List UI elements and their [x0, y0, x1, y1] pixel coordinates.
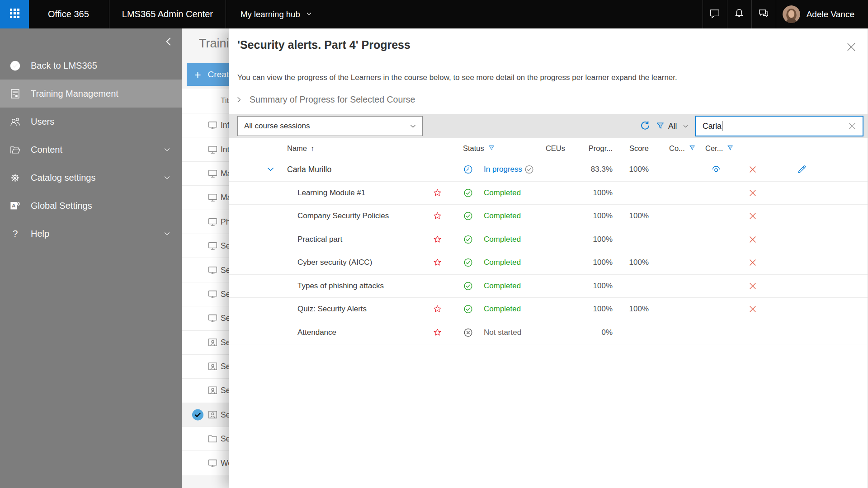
status-text: Completed [484, 282, 521, 291]
delete-progress-button[interactable] [748, 211, 758, 221]
training-plan-icon [207, 337, 218, 348]
sidebar-collapse-button[interactable] [162, 35, 175, 48]
chevron-down-icon[interactable] [682, 123, 689, 130]
account-button[interactable]: Adele Vance [776, 0, 868, 28]
svg-text:A: A [12, 202, 16, 209]
required-star-icon [433, 305, 442, 314]
plus-icon: + [194, 69, 201, 80]
status-not-started-icon [463, 327, 473, 338]
delete-progress-button[interactable] [748, 164, 758, 174]
course-icon [207, 168, 218, 179]
modal-title: 'Security alerts. Part 4' Progress [237, 38, 410, 52]
category-folder-icon [207, 433, 218, 445]
filter-funnel-icon[interactable] [726, 145, 734, 152]
course-item-row: Practical part Completed 100% [229, 228, 868, 252]
progress-table-header: Name↑ Status CEUs Progr... Score Co... C… [229, 138, 868, 158]
hub-label: My learning hub [241, 9, 300, 19]
my-learning-hub-menu[interactable]: My learning hub [226, 9, 321, 19]
sidebar-item-users[interactable]: Users [0, 108, 182, 136]
summary-toggle[interactable]: Summary of Progress for Selected Course [235, 94, 415, 105]
sidebar-item-label: Users [31, 117, 54, 127]
chat-button[interactable] [703, 0, 727, 28]
view-progress-button[interactable] [711, 164, 722, 175]
row-name: Cyber security (AICC) [297, 258, 372, 267]
sidebar-item-label: Training Management [31, 89, 118, 99]
delete-progress-button[interactable] [748, 235, 758, 244]
sidebar: Back to LMS365 Training Management Users… [0, 28, 182, 488]
course-icon [207, 192, 218, 203]
status-text[interactable]: In progress [484, 165, 522, 174]
expand-collapse-chevron[interactable] [266, 165, 277, 174]
column-completed[interactable]: Co... [669, 144, 696, 153]
course-icon [207, 216, 218, 227]
app-launcher-button[interactable] [0, 0, 29, 28]
course-session-dropdown[interactable]: All course sessions [237, 116, 423, 136]
chevron-right-icon [235, 96, 243, 103]
modal-description: You can view the progress of the Learner… [237, 73, 677, 82]
column-score: Score [614, 144, 649, 153]
progress-value: 100% [569, 282, 613, 291]
status-completed-icon [463, 211, 473, 221]
course-icon [207, 120, 218, 131]
edit-progress-button[interactable] [797, 164, 807, 175]
row-name: Quiz: Security Alerts [297, 305, 367, 314]
feedback-button[interactable] [751, 0, 776, 28]
filter-funnel-icon[interactable] [656, 121, 665, 131]
search-input[interactable]: Carla [695, 116, 863, 136]
admin-center-title[interactable]: LMS365 Admin Center [109, 9, 226, 19]
notifications-button[interactable] [727, 0, 751, 28]
status-text: Completed [484, 235, 521, 244]
score-value: 100% [614, 211, 649, 221]
progress-value: 0% [569, 328, 613, 337]
clear-search-icon[interactable] [847, 121, 857, 131]
delete-progress-button[interactable] [748, 258, 758, 267]
course-item-row: Company Security Policies Completed 100%… [229, 205, 868, 228]
training-title: Int [221, 145, 229, 154]
refresh-button[interactable] [639, 120, 651, 132]
training-management-icon [9, 88, 21, 100]
topbar: Office 365 LMS365 Admin Center My learni… [0, 0, 868, 28]
status-text: Completed [484, 305, 521, 314]
sort-ascending-icon: ↑ [311, 144, 314, 152]
filter-funnel-icon[interactable] [689, 145, 696, 152]
column-status[interactable]: Status [463, 144, 495, 153]
row-name: Practical part [297, 235, 342, 244]
filter-all-label[interactable]: All [668, 114, 677, 138]
selected-check-icon [192, 408, 204, 421]
course-icon [207, 144, 218, 155]
course-icon [207, 264, 218, 276]
sidebar-item-content[interactable]: Content [0, 136, 182, 164]
close-button[interactable] [844, 40, 858, 54]
filter-funnel-icon[interactable] [488, 145, 495, 152]
sidebar-item-back-to-lms365[interactable]: Back to LMS365 [0, 52, 182, 80]
chevron-down-icon [163, 174, 171, 182]
delete-progress-button[interactable] [748, 188, 758, 198]
sidebar-item-label: Help [31, 229, 49, 239]
training-plan-icon [207, 409, 218, 420]
score-value: 100% [614, 305, 649, 314]
column-progress: Progr... [569, 144, 613, 153]
required-star-icon [433, 258, 442, 267]
sidebar-item-training-management[interactable]: Training Management [0, 80, 182, 108]
delete-progress-button[interactable] [748, 281, 758, 291]
delete-progress-button[interactable] [748, 304, 758, 314]
status-completed-icon [463, 281, 473, 291]
text-caret [722, 121, 723, 131]
status-text: Completed [484, 188, 521, 197]
progress-value: 100% [569, 258, 613, 267]
course-icon [207, 288, 218, 300]
course-item-row: Types of phishing attacks Completed 100% [229, 275, 868, 298]
waffle-icon [9, 7, 21, 21]
sidebar-item-help[interactable]: ? Help [0, 220, 182, 248]
column-name[interactable]: Name↑ [287, 144, 314, 153]
users-icon [9, 116, 21, 128]
sidebar-item-catalog-settings[interactable]: Catalog settings [0, 164, 182, 192]
progress-modal: 'Security alerts. Part 4' Progress You c… [229, 28, 868, 488]
chevron-down-icon [163, 230, 171, 238]
feedback-icon [758, 8, 769, 21]
chevron-down-icon [163, 146, 171, 154]
row-name: Attendance [297, 328, 336, 337]
sidebar-item-global-settings[interactable]: A Global Settings [0, 192, 182, 220]
office365-home-link[interactable]: Office 365 [29, 9, 109, 19]
column-certificate[interactable]: Cer... [705, 144, 734, 153]
